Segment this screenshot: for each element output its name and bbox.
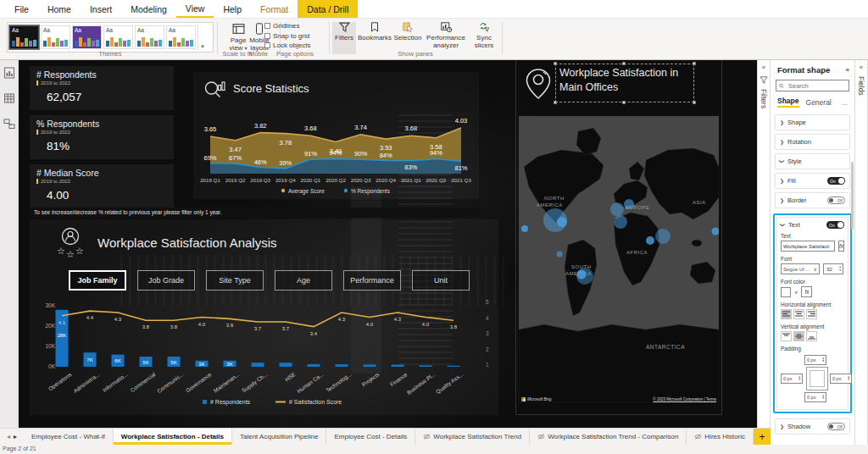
map-bubble[interactable] [577, 270, 587, 280]
map-bubble[interactable] [624, 199, 634, 209]
section-fill[interactable]: ❯ Fill On [775, 173, 850, 189]
report-view-icon[interactable] [3, 67, 15, 79]
fields-pane-collapsed[interactable]: « Fields [854, 60, 868, 445]
tab-general[interactable]: General [806, 98, 832, 107]
map-bubble[interactable] [521, 225, 528, 232]
checkbox-snap-to-grid[interactable]: Snap to grid [264, 32, 310, 40]
filters-pane-collapsed[interactable]: « Filters [757, 60, 771, 445]
map-bubble[interactable] [614, 215, 627, 229]
fx-conditional-button[interactable]: fx [838, 241, 844, 252]
section-text[interactable]: ❯ Text On [781, 221, 844, 229]
map-bubble[interactable] [610, 202, 624, 216]
kpi-card[interactable]: # Respondents2019 to 202262,057 [30, 66, 174, 110]
theme-tile[interactable]: Aa [9, 25, 39, 49]
filter-button-age[interactable]: Age [275, 270, 332, 291]
filter-button-unit[interactable]: Unit [412, 270, 470, 291]
expand-pane-icon[interactable]: « [758, 64, 770, 71]
section-style[interactable]: ❯ Style [775, 153, 850, 169]
world-map[interactable]: NORTHAMERICASOUTHAMERICAEUROPEAFRICAASIA… [519, 116, 719, 402]
theme-tile[interactable]: Aa [135, 25, 164, 49]
fx-conditional-button[interactable]: fx [801, 286, 812, 297]
score-statistics-visual[interactable]: Score Statistics 3.6569%2019 Q13.4767%20… [193, 72, 479, 199]
menu-tab-insert[interactable]: Insert [81, 0, 121, 18]
font-size-stepper[interactable]: 32▲▼ [823, 263, 843, 274]
padding-bottom-stepper[interactable]: 0 px▲▼ [804, 392, 826, 402]
valign-middle-button[interactable] [793, 331, 804, 341]
resize-handle[interactable] [622, 101, 626, 104]
menu-tab-data-drill[interactable]: Data / Drill [298, 0, 358, 18]
filter-button-job-grade[interactable]: Job Grade [137, 270, 195, 291]
page-tab[interactable]: Workplace Satisfaction Trend - Compariso… [530, 429, 687, 445]
valign-top-button[interactable] [781, 331, 792, 341]
map-bubble[interactable] [557, 217, 567, 227]
section-border[interactable]: ❯ Border Off [775, 192, 850, 208]
search-input[interactable] [787, 81, 846, 91]
filter-button-job-family[interactable]: Job Family [69, 270, 126, 291]
kpi-card[interactable]: # Median Score2019 to 20224.00 [30, 164, 174, 208]
theme-tile[interactable]: Aa [103, 25, 133, 49]
padding-right-stepper[interactable]: 0 px▲▼ [830, 374, 852, 384]
next-page-arrow-icon[interactable]: ▸ [14, 433, 17, 440]
chevron-down-icon[interactable]: ∨ [794, 289, 798, 295]
tab-shape[interactable]: Shape [777, 97, 799, 108]
section-shape[interactable]: ❯ Shape [775, 114, 850, 130]
map-bubble[interactable] [712, 228, 720, 235]
performance-analyzer-button[interactable]: Performance analyzer [424, 22, 468, 49]
menu-tab-format[interactable]: Format [251, 0, 298, 18]
text-value-input[interactable] [781, 241, 835, 252]
page-tab[interactable]: Employee Cost - Details [326, 429, 415, 445]
text-toggle[interactable]: On [826, 221, 844, 229]
font-family-select[interactable]: Segoe UI ...∨ [781, 263, 820, 274]
model-view-icon[interactable] [3, 118, 15, 130]
menu-tab-view[interactable]: View [176, 0, 214, 18]
report-canvas[interactable]: # Respondents2019 to 202262,057% Respond… [19, 60, 757, 428]
add-page-button[interactable]: + [754, 429, 771, 445]
map-terms-link[interactable]: © 2023 Microsoft Corporation | Terms [653, 397, 716, 401]
section-shadow[interactable]: ❯ Shadow Off [775, 418, 850, 435]
selection-pane-button[interactable]: Selection [393, 22, 422, 42]
data-view-icon[interactable] [3, 92, 15, 104]
border-toggle[interactable]: Off [827, 197, 845, 204]
font-color-swatch[interactable] [781, 287, 791, 297]
fill-toggle[interactable]: On [827, 177, 845, 185]
stepper-arrows-icon[interactable]: ▲▼ [839, 266, 842, 272]
tab-more-icon[interactable]: ... [842, 98, 848, 107]
sync-slicers-button[interactable]: Sync slicers [470, 22, 498, 49]
theme-tile[interactable]: Aa [41, 25, 70, 49]
kpi-card[interactable]: % Respondents2019 to 202281% [30, 115, 174, 159]
menu-tab-help[interactable]: Help [214, 0, 251, 18]
scrollbar[interactable] [851, 162, 854, 230]
menu-tab-modeling[interactable]: Modeling [121, 0, 176, 18]
themes-gallery[interactable]: Aa Aa Aa Aa Aa Aa ▾ [7, 22, 214, 53]
padding-left-stepper[interactable]: 0 px▲▼ [781, 374, 803, 384]
filter-button-site-type[interactable]: Site Type [206, 270, 264, 291]
checkbox-gridlines[interactable]: Gridlines [264, 22, 310, 30]
map-bubble[interactable] [655, 229, 670, 244]
page-tab[interactable]: Workplace Satisfaction Trend [415, 429, 530, 445]
resize-handle[interactable] [622, 62, 626, 65]
resize-handle[interactable] [554, 101, 557, 104]
format-search-box[interactable] [776, 80, 849, 91]
shadow-toggle[interactable]: Off [827, 423, 845, 430]
themes-expand-button[interactable]: ▾ [198, 25, 207, 50]
section-rotation[interactable]: ❯ Rotation [775, 134, 850, 150]
map-bubble[interactable] [557, 252, 563, 257]
page-tab[interactable]: Hires Historic [687, 429, 754, 445]
map-visual[interactable]: ··· Workplace Satisfaction in Main Offic… [515, 60, 722, 415]
bookmarks-pane-button[interactable]: Bookmarks [358, 22, 392, 42]
resize-handle[interactable] [693, 62, 696, 65]
analysis-visual[interactable]: ☆☆☆ Workplace Satisfaction Analysis Job … [30, 219, 498, 415]
map-title-textbox[interactable]: Workplace Satisfaction in Main Offices [555, 64, 694, 102]
align-center-button[interactable] [793, 309, 804, 319]
menu-tab-home[interactable]: Home [38, 0, 81, 18]
padding-top-stepper[interactable]: 0 px▲▼ [804, 355, 826, 365]
collapse-pane-icon[interactable]: » [846, 66, 849, 74]
prev-page-arrow-icon[interactable]: ◂ [7, 433, 10, 440]
expand-pane-icon[interactable]: « [855, 64, 867, 71]
menu-tab-file[interactable]: File [5, 0, 38, 18]
align-right-button[interactable] [806, 309, 817, 319]
map-bubble[interactable] [646, 236, 654, 245]
page-tab[interactable]: Workplace Satisfaction - Details [114, 429, 232, 445]
resize-handle[interactable] [554, 62, 557, 65]
page-tab[interactable]: Employee Cost - What-if [24, 429, 114, 445]
